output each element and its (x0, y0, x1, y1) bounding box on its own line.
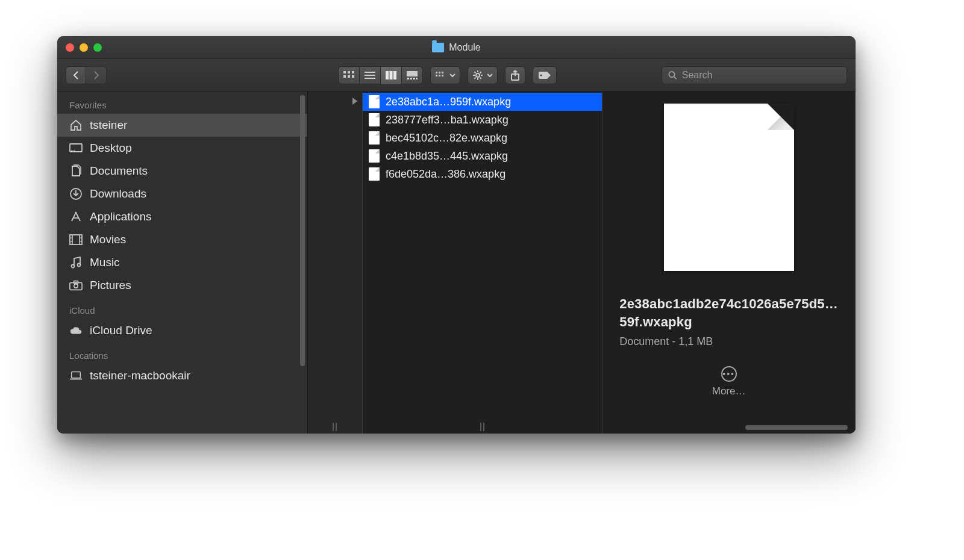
grid-icon (343, 71, 354, 79)
share-button[interactable] (505, 66, 525, 84)
preview-thumbnail (664, 104, 794, 271)
view-icons-button[interactable] (338, 66, 360, 84)
sidebar-item-label: Applications (90, 210, 151, 223)
list-icon (365, 71, 375, 79)
search-icon (668, 70, 677, 80)
chevron-left-icon (72, 71, 80, 79)
desktop-icon (69, 142, 83, 154)
sidebar-item-applications[interactable]: Applications (57, 205, 307, 228)
tags-button[interactable] (533, 66, 557, 84)
gear-icon (473, 70, 483, 80)
svg-rect-14 (410, 78, 412, 79)
svg-point-51 (78, 264, 81, 267)
action-menu-button[interactable] (468, 66, 498, 84)
file-name: 238777eff3…ba1.wxapkg (386, 114, 509, 126)
nav-back-button[interactable] (66, 66, 86, 84)
svg-rect-0 (343, 71, 346, 73)
file-row[interactable]: 238777eff3…ba1.wxapkg (363, 111, 602, 129)
file-row[interactable]: bec45102c…82e.wxapkg (363, 129, 602, 147)
sidebar-item-label: Pictures (90, 279, 131, 292)
document-icon (369, 149, 380, 163)
window-title: Module (449, 42, 480, 53)
columns-area: 2e38abc1a…959f.wxapkg238777eff3…ba1.wxap… (308, 92, 856, 434)
sidebar-item-icloud-drive[interactable]: iCloud Drive (57, 319, 307, 342)
finder-window: Module (57, 36, 856, 434)
svg-point-39 (74, 150, 75, 151)
sidebar-item-label: Documents (90, 164, 148, 178)
svg-line-30 (474, 77, 475, 78)
sidebar-item-music[interactable]: Music (57, 251, 307, 274)
svg-rect-15 (413, 78, 415, 79)
more-actions-button[interactable]: ••• (721, 366, 737, 382)
tag-icon (538, 71, 551, 79)
sidebar-item-movies[interactable]: Movies (57, 228, 307, 251)
sidebar-item-label: Movies (90, 233, 126, 246)
toolbar (57, 59, 856, 92)
pictures-icon (69, 279, 83, 291)
more-label: More… (619, 385, 838, 397)
file-name: f6de052da…386.wxapkg (386, 168, 505, 181)
svg-rect-1 (348, 71, 350, 73)
column-resize-handle[interactable] (331, 422, 339, 431)
downloads-icon (69, 188, 83, 200)
file-row[interactable]: c4e1b8d35…445.wxapkg (363, 147, 602, 165)
chevron-down-icon (449, 72, 456, 78)
close-window-button[interactable] (66, 43, 74, 52)
document-icon (369, 113, 380, 126)
view-gallery-button[interactable] (402, 66, 423, 84)
preview-metadata: Document - 1,1 MB (619, 335, 838, 348)
sidebar-item-tsteiner[interactable]: tsteiner (57, 114, 307, 137)
titlebar: Module (57, 36, 856, 59)
cloud-icon (69, 325, 83, 337)
svg-rect-13 (407, 78, 409, 79)
document-icon (369, 131, 380, 145)
laptop-icon (69, 370, 83, 382)
svg-rect-56 (70, 379, 82, 380)
minimize-window-button[interactable] (80, 43, 88, 52)
sidebar-item-tsteiner-macbookair[interactable]: tsteiner-macbookair (57, 364, 307, 387)
file-name: c4e1b8d35…445.wxapkg (386, 150, 508, 163)
svg-rect-55 (72, 372, 81, 378)
svg-rect-22 (442, 75, 443, 76)
file-row[interactable]: f6de052da…386.wxapkg (363, 165, 602, 183)
home-icon (69, 119, 83, 131)
column-parent[interactable] (308, 92, 363, 434)
zoom-window-button[interactable] (93, 43, 102, 52)
sidebar-scrollbar[interactable] (300, 95, 305, 366)
svg-point-23 (476, 73, 480, 77)
sidebar-item-label: iCloud Drive (90, 324, 152, 337)
horizontal-scrollbar[interactable] (745, 425, 848, 430)
sidebar: FavoriteststeinerDesktopDocumentsDownloa… (57, 92, 308, 434)
sidebar-item-label: Desktop (90, 142, 132, 155)
sidebar-item-label: tsteiner (90, 119, 127, 132)
window-controls (66, 43, 102, 52)
sidebar-item-desktop[interactable]: Desktop (57, 137, 307, 160)
document-icon (369, 167, 380, 181)
svg-rect-43 (70, 235, 82, 244)
svg-point-42 (75, 212, 77, 213)
sidebar-item-pictures[interactable]: Pictures (57, 274, 307, 297)
sidebar-section-title: Locations (57, 342, 307, 364)
svg-rect-2 (352, 71, 354, 73)
svg-line-31 (480, 72, 481, 73)
sidebar-item-downloads[interactable]: Downloads (57, 182, 307, 205)
nav-forward-button[interactable] (86, 66, 107, 84)
svg-line-29 (480, 77, 481, 78)
svg-point-33 (540, 74, 542, 76)
share-icon (511, 70, 519, 81)
file-name: bec45102c…82e.wxapkg (386, 132, 507, 145)
column-resize-handle[interactable] (479, 422, 486, 431)
preview-pane: 2e38abc1adb2e74c1026a5e75d5…59f.wxapkg D… (602, 92, 856, 434)
search-input[interactable] (682, 70, 840, 81)
search-field[interactable] (662, 66, 847, 84)
svg-rect-12 (407, 71, 418, 76)
svg-point-50 (72, 265, 75, 268)
folder-icon (432, 43, 444, 52)
sidebar-item-documents[interactable]: Documents (57, 160, 307, 182)
view-list-button[interactable] (360, 66, 381, 84)
view-columns-button[interactable] (381, 66, 402, 84)
group-by-button[interactable] (430, 66, 460, 84)
column-files: 2e38abc1a…959f.wxapkg238777eff3…ba1.wxap… (363, 92, 602, 434)
file-row[interactable]: 2e38abc1a…959f.wxapkg (363, 93, 602, 111)
svg-rect-9 (386, 71, 389, 79)
